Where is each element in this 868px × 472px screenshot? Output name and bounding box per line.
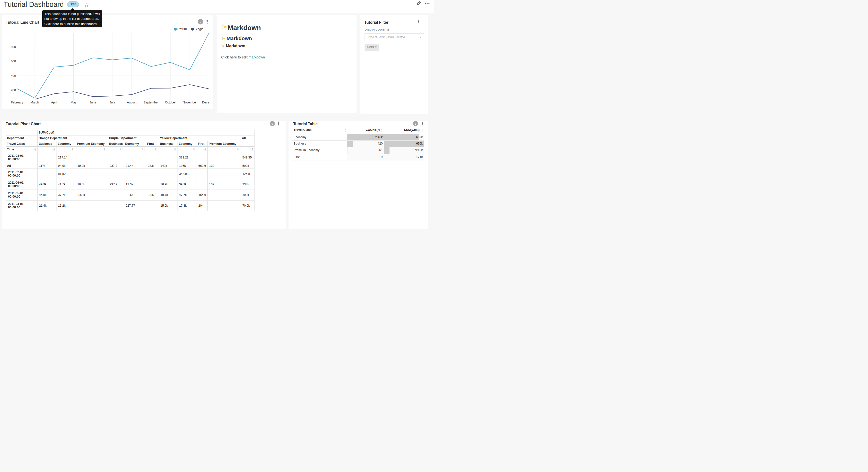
svg-text:200: 200 <box>11 89 16 92</box>
svg-text:May: May <box>70 101 76 104</box>
svg-text:February: February <box>11 101 23 104</box>
svg-text:September: September <box>144 101 158 104</box>
svg-text:December: December <box>202 101 209 104</box>
svg-text:August: August <box>127 101 136 104</box>
svg-text:October: October <box>165 101 176 104</box>
svg-text:March: March <box>30 101 39 104</box>
svg-text:June: June <box>90 101 96 104</box>
svg-text:800: 800 <box>11 45 16 49</box>
svg-text:July: July <box>110 101 115 104</box>
svg-text:April: April <box>51 101 57 104</box>
svg-text:November: November <box>183 101 197 104</box>
svg-text:400: 400 <box>11 74 16 78</box>
svg-text:600: 600 <box>11 60 16 63</box>
